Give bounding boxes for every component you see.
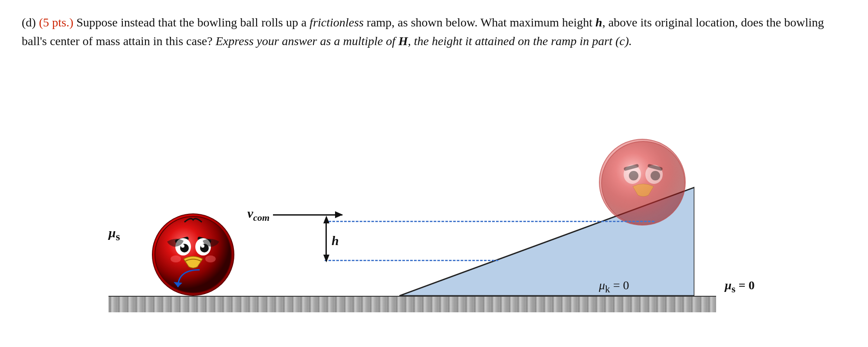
svg-point-8 — [181, 244, 184, 248]
question-body: Suppose instead that the bowling ball ro… — [22, 16, 824, 48]
points-label: (5 pts.) — [39, 16, 73, 29]
mu-k-ramp-label: μk = 0 — [599, 278, 629, 295]
page: (d) (5 pts.) Suppose instead that the bo… — [0, 0, 868, 347]
ball-ramp-ghost — [599, 139, 686, 226]
velocity-arrow — [273, 214, 342, 216]
mu-s-flat-label: μs — [108, 226, 120, 243]
ball-ramp-face-svg — [600, 140, 686, 226]
svg-point-16 — [629, 171, 638, 180]
dashed-line-top — [325, 221, 654, 222]
ground-floor — [108, 296, 716, 312]
mu-s-ramp-label: μs = 0 — [725, 278, 755, 295]
svg-point-13 — [602, 141, 685, 225]
svg-marker-12 — [174, 282, 182, 287]
dashed-line-bottom — [325, 260, 498, 261]
part-label: (d) — [22, 16, 36, 29]
v-com-subscript: com — [253, 212, 270, 223]
svg-point-9 — [201, 244, 204, 248]
svg-point-17 — [651, 171, 660, 180]
h-label: h — [332, 233, 339, 248]
curved-arrow-svg — [174, 261, 208, 296]
diagram-area: vcom h μs μk = 0 μs = 0 — [22, 100, 846, 330]
h-arrow-up — [323, 216, 329, 223]
question-text: (d) (5 pts.) Suppose instead that the bo… — [22, 13, 846, 51]
v-com-label: vcom — [247, 206, 270, 223]
h-arrow-down — [323, 255, 329, 262]
